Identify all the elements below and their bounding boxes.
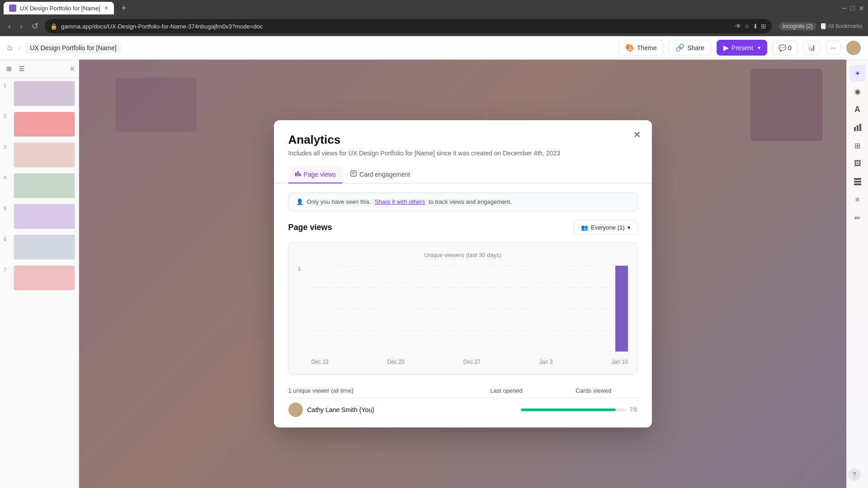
right-panel: ✦ ◉ A ⊞ 🖼 ≡ ✏	[846, 60, 868, 488]
svg-rect-3	[854, 178, 861, 180]
share-it-link[interactable]: Share it with others	[375, 198, 425, 205]
filter-label: Everyone (1)	[591, 224, 624, 231]
analytics-button[interactable]: 📊	[803, 41, 821, 55]
present-dropdown-icon[interactable]: ▾	[758, 45, 760, 51]
viewer-row: Cathy Lane Smith (You) 7/9	[288, 398, 637, 422]
tab-card-engagement[interactable]: Card engagement	[344, 166, 416, 183]
tab-favicon	[9, 5, 16, 12]
minimize-button[interactable]: ─	[842, 4, 847, 12]
present-button[interactable]: ▶ Present ▾	[717, 40, 767, 56]
modal-body: 👤 Only you have seen this. Share it with…	[274, 183, 652, 427]
slide-number: 4	[4, 173, 10, 198]
modal-subtitle: Includes all views for UX Design Portfol…	[288, 150, 637, 157]
slide-item[interactable]: 6	[0, 232, 79, 263]
browser-titlebar: UX Design Portfolio for [Name] ✕ + ─ □ ✕	[0, 0, 868, 16]
edit-panel-icon[interactable]: ✏	[849, 210, 866, 226]
svg-rect-6	[295, 173, 297, 176]
analytics-modal: Analytics Includes all views for UX Desi…	[274, 120, 652, 427]
slide-item[interactable]: 7	[0, 263, 79, 293]
unique-viewer-column-header: 1 unique viewer (all time)	[288, 387, 463, 394]
home-icon[interactable]: ⌂	[7, 43, 12, 52]
svg-rect-4	[854, 181, 861, 183]
slide-thumbnail	[14, 265, 75, 291]
comments-button[interactable]: 💬 0	[773, 41, 797, 55]
slide-item[interactable]: 3	[0, 140, 79, 170]
forward-button[interactable]: ›	[17, 20, 25, 33]
grid-view-button[interactable]: ⊞	[4, 63, 14, 74]
notice-user-icon: 👤	[296, 198, 303, 205]
chart-container: Unique viewers (last 30 days) 1 Dec 13 D…	[288, 242, 637, 375]
extension-icon: ⊞	[761, 23, 766, 30]
image-panel-icon[interactable]: 🖼	[849, 155, 866, 172]
slide-number: 5	[4, 204, 10, 229]
user-avatar[interactable]	[846, 41, 861, 55]
tab-title: UX Design Portfolio for [Name]	[20, 5, 100, 12]
tab-close-button[interactable]: ✕	[104, 5, 108, 11]
slide-number: 7	[4, 265, 10, 291]
address-bar[interactable]: 🔒 gamma.app/docs/UX-Design-Portfolio-for…	[45, 19, 772, 33]
theme-label: Theme	[637, 44, 657, 52]
modal-tabs: Page views Card engagement	[274, 166, 652, 183]
comment-count: 0	[788, 44, 792, 52]
text-panel-icon[interactable]: A	[849, 101, 866, 117]
slide-number: 2	[4, 112, 10, 137]
help-button[interactable]: ?	[848, 468, 861, 481]
x-label-jan10: Jan 10	[611, 359, 627, 365]
x-label-dec13: Dec 13	[311, 359, 329, 365]
slide-item[interactable]: 1	[0, 78, 79, 109]
tab-page-views[interactable]: Page views	[288, 166, 343, 183]
sidebar: ⊞ ☰ ✕ 1 2 3 4 5 6 7	[0, 60, 79, 488]
tab-page-views-label: Page views	[304, 171, 336, 178]
present-icon: ▶	[723, 43, 729, 52]
modal-overlay[interactable]: Analytics Includes all views for UX Desi…	[79, 60, 846, 488]
chart-area: 1 Dec 13 Dec 20 Dec 27 Jan 3 Jan	[298, 266, 628, 365]
svg-rect-5	[854, 183, 861, 185]
card-engagement-tab-icon	[350, 170, 357, 178]
color-panel-icon[interactable]: ◉	[849, 83, 866, 99]
list-view-button[interactable]: ☰	[16, 63, 28, 74]
tab-card-engagement-label: Card engagement	[359, 171, 410, 178]
chart-bar-icon: 📊	[808, 44, 816, 51]
progress-bar-container: 7/9	[521, 407, 637, 413]
maximize-button[interactable]: □	[850, 4, 855, 12]
share-icon: 🔗	[675, 43, 684, 52]
x-label-dec27: Dec 27	[463, 359, 481, 365]
notice-bar: 👤 Only you have seen this. Share it with…	[288, 192, 637, 211]
comment-icon: 💬	[778, 44, 786, 52]
svg-rect-1	[857, 125, 859, 131]
slide-thumbnail	[14, 81, 75, 106]
share-label: Share	[687, 44, 704, 52]
browser-tab[interactable]: UX Design Portfolio for [Name] ✕	[4, 2, 114, 14]
download-icon: ⬇	[753, 23, 758, 30]
slide-item[interactable]: 4	[0, 170, 79, 201]
eye-off-icon: 👁	[735, 23, 741, 30]
layout-panel-icon[interactable]: ⊞	[849, 137, 866, 154]
progress-text: 7/9	[630, 407, 637, 413]
cards-viewed-column-header: Cards viewed	[550, 387, 637, 394]
modal-close-button[interactable]: ✕	[630, 127, 645, 142]
table-panel-icon[interactable]	[849, 174, 866, 190]
viewer-info: Cathy Lane Smith (You)	[288, 403, 521, 417]
ai-panel-icon[interactable]: ✦	[849, 65, 866, 81]
theme-button[interactable]: 🎨 Theme	[618, 40, 664, 56]
list-panel-icon[interactable]: ≡	[849, 192, 866, 208]
reload-button[interactable]: ↺	[29, 19, 41, 33]
sidebar-close-button[interactable]: ✕	[70, 65, 75, 72]
new-tab-button[interactable]: +	[118, 2, 130, 14]
analytics-panel-icon[interactable]	[849, 119, 866, 136]
address-bar-icons: 👁 ☆ ⬇ ⊞	[735, 23, 766, 30]
present-label: Present	[731, 44, 753, 52]
slide-item[interactable]: 2	[0, 109, 79, 140]
slide-thumbnail	[14, 204, 75, 229]
bookmarks-icon: 📑 All Bookmarks	[820, 23, 863, 29]
share-button[interactable]: 🔗 Share	[669, 40, 711, 56]
breadcrumb[interactable]: UX Design Portfolio for [Name]	[25, 42, 121, 53]
close-window-button[interactable]: ✕	[859, 4, 864, 13]
everyone-filter-dropdown[interactable]: 👥 Everyone (1) ▾	[574, 220, 637, 235]
breadcrumb-separator: ›	[18, 44, 20, 52]
people-icon: 👥	[581, 224, 588, 231]
back-button[interactable]: ‹	[5, 20, 14, 33]
slide-item[interactable]: 5	[0, 201, 79, 232]
progress-bar-background	[521, 408, 626, 411]
more-button[interactable]: ···	[826, 41, 841, 55]
